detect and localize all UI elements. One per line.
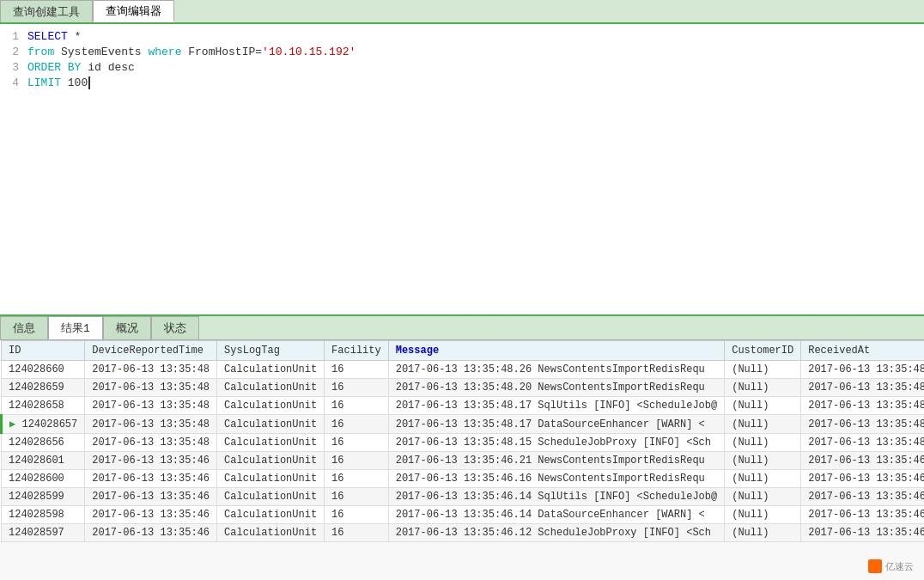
result-tab-bar: 信息 结果1 概况 状态 bbox=[0, 316, 924, 340]
cell-syslogtag: CalculationUnit bbox=[217, 524, 325, 542]
top-tab-bar: 查询创建工具 查询编辑器 bbox=[0, 0, 924, 24]
tab-result1[interactable]: 结果1 bbox=[48, 316, 103, 339]
tab-query-editor[interactable]: 查询编辑器 bbox=[93, 0, 174, 22]
table-row[interactable]: 1240285992017-06-13 13:35:46CalculationU… bbox=[2, 488, 925, 506]
cell-facility: 16 bbox=[325, 379, 389, 397]
cell-customerid: (Null) bbox=[725, 506, 801, 524]
cell-syslogtag: CalculationUnit bbox=[217, 397, 325, 415]
cell-customerid: (Null) bbox=[725, 488, 801, 506]
cell-receivedat: 2017-06-13 13:35:48 bbox=[801, 361, 924, 379]
cell-receivedat: 2017-06-13 13:35:46 bbox=[801, 452, 924, 470]
cell-syslogtag: CalculationUnit bbox=[217, 452, 325, 470]
cell-facility: 16 bbox=[325, 361, 389, 379]
tab-status[interactable]: 状态 bbox=[151, 316, 199, 339]
table-body: 1240286602017-06-13 13:35:48CalculationU… bbox=[2, 361, 925, 542]
cell-message: 2017-06-13 13:35:48.15 ScheduleJobProxy … bbox=[388, 434, 724, 452]
cell-message: 2017-06-13 13:35:46.21 NewsContentsImpor… bbox=[388, 452, 724, 470]
table-row[interactable]: 1240286602017-06-13 13:35:48CalculationU… bbox=[2, 361, 925, 379]
cell-devicereportedtime: 2017-06-13 13:35:46 bbox=[85, 524, 217, 542]
table-row[interactable]: 1240286562017-06-13 13:35:48CalculationU… bbox=[2, 434, 925, 452]
bottom-panel: 信息 结果1 概况 状态 IDDeviceReportedTimeSysLogT… bbox=[0, 316, 924, 580]
table-row[interactable]: 1240286582017-06-13 13:35:48CalculationU… bbox=[2, 397, 925, 415]
tab-query-builder[interactable]: 查询创建工具 bbox=[0, 0, 93, 22]
cell-devicereportedtime: 2017-06-13 13:35:48 bbox=[85, 434, 217, 452]
cell-devicereportedtime: 2017-06-13 13:35:46 bbox=[85, 470, 217, 488]
cell-customerid: (Null) bbox=[725, 415, 801, 434]
cell-syslogtag: CalculationUnit bbox=[217, 434, 325, 452]
cell-facility: 16 bbox=[325, 434, 389, 452]
cell-devicereportedtime: 2017-06-13 13:35:48 bbox=[85, 379, 217, 397]
cell-customerid: (Null) bbox=[725, 434, 801, 452]
cell-id: 124028656 bbox=[2, 434, 85, 452]
result-table: IDDeviceReportedTimeSysLogTagFacilityMes… bbox=[0, 340, 924, 542]
cell-id: 124028601 bbox=[2, 452, 85, 470]
cell-customerid: (Null) bbox=[725, 379, 801, 397]
cell-id: 124028659 bbox=[2, 379, 85, 397]
col-id: ID bbox=[2, 341, 85, 361]
line-content: ORDER BY id desc bbox=[27, 60, 924, 76]
tab-info[interactable]: 信息 bbox=[0, 316, 48, 339]
line-number: 3 bbox=[0, 60, 27, 76]
cell-message: 2017-06-13 13:35:48.17 SqlUtils [INFO] <… bbox=[388, 397, 724, 415]
cell-facility: 16 bbox=[325, 470, 389, 488]
code-line-4: 4LIMIT 100 bbox=[0, 76, 924, 91]
cell-syslogtag: CalculationUnit bbox=[217, 361, 325, 379]
cell-customerid: (Null) bbox=[725, 397, 801, 415]
tab-overview[interactable]: 概况 bbox=[103, 316, 151, 339]
cell-customerid: (Null) bbox=[725, 470, 801, 488]
col-facility: Facility bbox=[325, 341, 389, 361]
line-number: 2 bbox=[0, 45, 27, 60]
sql-editor[interactable]: 1SELECT *2from SystemEvents where FromHo… bbox=[0, 24, 924, 316]
cell-receivedat: 2017-06-13 13:35:48 bbox=[801, 397, 924, 415]
current-row-arrow: ▶ bbox=[9, 418, 21, 430]
cell-id: 124028600 bbox=[2, 470, 85, 488]
col-customerid: CustomerID bbox=[725, 341, 801, 361]
table-row[interactable]: 1240286002017-06-13 13:35:46CalculationU… bbox=[2, 470, 925, 488]
cell-receivedat: 2017-06-13 13:35:46 bbox=[801, 470, 924, 488]
cell-customerid: (Null) bbox=[725, 524, 801, 542]
cell-receivedat: 2017-06-13 13:35:48 bbox=[801, 379, 924, 397]
code-line-1: 1SELECT * bbox=[0, 29, 924, 45]
cell-receivedat: 2017-06-13 13:35:46 bbox=[801, 506, 924, 524]
cell-facility: 16 bbox=[325, 397, 389, 415]
result-table-wrapper[interactable]: IDDeviceReportedTimeSysLogTagFacilityMes… bbox=[0, 340, 924, 580]
cell-message: 2017-06-13 13:35:46.14 DataSourceEnhance… bbox=[388, 506, 724, 524]
table-row[interactable]: 1240285982017-06-13 13:35:46CalculationU… bbox=[2, 506, 925, 524]
cell-message: 2017-06-13 13:35:46.16 NewsContentsImpor… bbox=[388, 470, 724, 488]
cell-message: 2017-06-13 13:35:46.12 ScheduleJobProxy … bbox=[388, 524, 724, 542]
cell-id: 124028597 bbox=[2, 524, 85, 542]
line-number: 4 bbox=[0, 76, 27, 91]
cell-customerid: (Null) bbox=[725, 452, 801, 470]
cell-devicereportedtime: 2017-06-13 13:35:48 bbox=[85, 415, 217, 434]
code-line-2: 2from SystemEvents where FromHostIP='10.… bbox=[0, 45, 924, 60]
watermark-text: 亿速云 bbox=[885, 560, 914, 573]
cell-receivedat: 2017-06-13 13:35:48 bbox=[801, 434, 924, 452]
line-content: SELECT * bbox=[27, 29, 924, 45]
cell-message: 2017-06-13 13:35:46.14 SqlUtils [INFO] <… bbox=[388, 488, 724, 506]
col-message: Message bbox=[388, 341, 724, 361]
cell-id: 124028598 bbox=[2, 506, 85, 524]
line-content: from SystemEvents where FromHostIP='10.1… bbox=[27, 45, 924, 60]
cell-receivedat: 2017-06-13 13:35:46 bbox=[801, 524, 924, 542]
cell-message: 2017-06-13 13:35:48.20 NewsContentsImpor… bbox=[388, 379, 724, 397]
col-syslogtag: SysLogTag bbox=[217, 341, 325, 361]
cell-syslogtag: CalculationUnit bbox=[217, 379, 325, 397]
cell-receivedat: 2017-06-13 13:35:46 bbox=[801, 488, 924, 506]
cell-id: 124028599 bbox=[2, 488, 85, 506]
cell-devicereportedtime: 2017-06-13 13:35:46 bbox=[85, 506, 217, 524]
cell-syslogtag: CalculationUnit bbox=[217, 506, 325, 524]
table-row[interactable]: ▶ 1240286572017-06-13 13:35:48Calculatio… bbox=[2, 415, 925, 434]
cell-receivedat: 2017-06-13 13:35:48 bbox=[801, 415, 924, 434]
line-number: 1 bbox=[0, 29, 27, 45]
cell-devicereportedtime: 2017-06-13 13:35:46 bbox=[85, 452, 217, 470]
watermark-logo bbox=[868, 559, 882, 573]
table-row[interactable]: 1240286592017-06-13 13:35:48CalculationU… bbox=[2, 379, 925, 397]
cell-customerid: (Null) bbox=[725, 361, 801, 379]
table-row[interactable]: 1240285972017-06-13 13:35:46CalculationU… bbox=[2, 524, 925, 542]
cell-facility: 16 bbox=[325, 524, 389, 542]
table-row[interactable]: 1240286012017-06-13 13:35:46CalculationU… bbox=[2, 452, 925, 470]
cell-facility: 16 bbox=[325, 415, 389, 434]
cell-facility: 16 bbox=[325, 452, 389, 470]
col-devicereportedtime: DeviceReportedTime bbox=[85, 341, 217, 361]
cell-devicereportedtime: 2017-06-13 13:35:46 bbox=[85, 488, 217, 506]
